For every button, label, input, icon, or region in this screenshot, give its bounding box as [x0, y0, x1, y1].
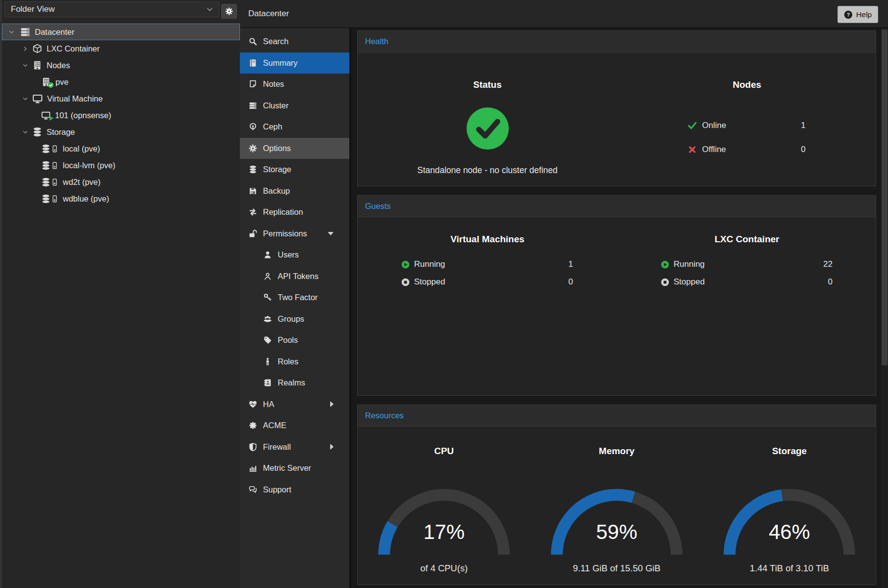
- building-icon: [32, 60, 42, 70]
- seal-icon: [249, 421, 257, 430]
- menu-item-storage[interactable]: Storage: [240, 159, 349, 180]
- chevron-right-icon: [330, 401, 334, 407]
- content-header: Datacenter Help: [240, 0, 888, 28]
- datacenter-menu: Search Summary Notes Cluster Ceph Option…: [240, 28, 350, 588]
- vm-running-count: 1: [569, 259, 573, 269]
- menu-item-roles[interactable]: Roles: [240, 351, 349, 373]
- storage-gauge: Storage 46% 1.44 TiB of 3.10 TiB: [703, 427, 876, 586]
- stopped-icon: [661, 278, 669, 286]
- tree-item-pve[interactable]: pve: [2, 74, 240, 90]
- tree-item-virtual-machine[interactable]: Virtual Machine: [2, 90, 240, 107]
- vm-heading: Virtual Machines: [358, 234, 617, 245]
- vm-stopped-count: 0: [569, 277, 573, 287]
- floppy-icon: [249, 187, 257, 195]
- menu-item-permissions[interactable]: Permissions: [240, 223, 349, 245]
- caret-open-icon[interactable]: [23, 63, 28, 68]
- lxc-stopped-row: Stopped 0: [661, 273, 833, 291]
- tree-item-storage-local-lvm[interactable]: local-lvm (pve): [2, 157, 240, 174]
- memory-gauge: Memory 59% 9.11 GiB of 15.50 GiB: [530, 427, 703, 586]
- tree-item-lxc-container[interactable]: LXC Container: [2, 40, 240, 57]
- menu-item-backup[interactable]: Backup: [240, 180, 349, 202]
- nodes-offline-row: Offline 0: [688, 137, 806, 161]
- storage-icon: [41, 178, 58, 187]
- address-book-icon: [263, 379, 272, 387]
- vertical-scrollbar[interactable]: [881, 28, 888, 588]
- menu-item-search[interactable]: Search: [240, 31, 349, 52]
- menu-item-api-tokens[interactable]: API Tokens: [240, 266, 349, 287]
- vm-running-row: Running 1: [401, 256, 573, 273]
- running-icon: [661, 260, 669, 269]
- status-heading: Status: [358, 79, 617, 90]
- scrollbar-thumb[interactable]: [882, 29, 888, 365]
- menu-item-users[interactable]: Users: [240, 244, 349, 266]
- tree-item-storage-wd2t[interactable]: wd2t (pve): [2, 174, 240, 190]
- cpu-detail: of 4 CPU(s): [358, 563, 530, 574]
- vm-stopped-row: Stopped 0: [401, 273, 573, 291]
- offline-count: 0: [801, 145, 806, 154]
- chevron-down-icon: [328, 232, 334, 235]
- storage-detail: 1.44 TiB of 3.10 TiB: [703, 563, 876, 574]
- menu-item-two-factor[interactable]: Two Factor: [240, 287, 349, 308]
- server-icon: [20, 27, 30, 37]
- tree-settings-button[interactable]: [221, 4, 237, 19]
- page-title: Datacenter: [248, 0, 289, 27]
- online-count: 1: [801, 121, 806, 130]
- menu-item-ha[interactable]: HA: [240, 394, 349, 415]
- lxc-running-count: 22: [823, 259, 833, 269]
- gear-icon: [249, 144, 257, 153]
- tree-item-storage-local[interactable]: local (pve): [2, 140, 240, 157]
- users-icon: [263, 315, 272, 323]
- caret-open-icon[interactable]: [23, 96, 28, 102]
- cube-icon: [32, 44, 42, 53]
- status-ok-icon: [467, 107, 509, 150]
- caret-open-icon[interactable]: [23, 129, 28, 135]
- menu-item-firewall[interactable]: Firewall: [240, 436, 349, 458]
- running-icon: [401, 260, 410, 269]
- caret-open-icon[interactable]: [9, 29, 14, 35]
- summary-content: Health Status Standalone node - no clust…: [351, 28, 888, 588]
- menu-item-support[interactable]: Support: [240, 479, 349, 501]
- menu-item-summary[interactable]: Summary: [240, 52, 349, 74]
- menu-item-acme[interactable]: ACME: [240, 415, 349, 436]
- gear-icon: [225, 7, 233, 15]
- cpu-percent: 17%: [375, 520, 513, 544]
- storage-icon: [41, 194, 58, 204]
- lxc-heading: LXC Container: [617, 234, 877, 245]
- database-icon: [32, 127, 42, 137]
- menu-item-replication[interactable]: Replication: [240, 202, 349, 223]
- database-icon: [249, 165, 257, 174]
- question-icon: [844, 10, 853, 19]
- play-badge-icon: [49, 115, 54, 121]
- tree-item-nodes[interactable]: Nodes: [2, 57, 240, 74]
- resource-tree: Datacenter LXC Container Nodes pve Virtu…: [2, 24, 240, 207]
- tree-toolbar: Folder View: [2, 0, 240, 22]
- menu-item-ceph[interactable]: Ceph: [240, 116, 349, 138]
- lock-open-icon: [249, 230, 257, 238]
- menu-item-notes[interactable]: Notes: [240, 74, 349, 95]
- view-mode-select[interactable]: Folder View: [4, 1, 219, 17]
- menu-item-metric-server[interactable]: Metric Server: [240, 458, 349, 479]
- bar-chart-icon: [249, 464, 257, 472]
- tree-item-vm-101[interactable]: 101 (opnsense): [2, 107, 240, 124]
- menu-item-groups[interactable]: Groups: [240, 308, 349, 330]
- replication-icon: [249, 208, 257, 216]
- caret-closed-icon[interactable]: [23, 46, 28, 51]
- resources-panel-header: Resources: [358, 405, 876, 427]
- status-message: Standalone node - no cluster defined: [358, 165, 617, 176]
- nodes-online-row: Online 1: [688, 113, 806, 137]
- menu-item-pools[interactable]: Pools: [240, 330, 349, 351]
- menu-item-realms[interactable]: Realms: [240, 372, 349, 394]
- shield-icon: [249, 443, 257, 451]
- resource-tree-panel: Folder View Datacenter LXC Container Nod…: [2, 0, 240, 588]
- help-button[interactable]: Help: [837, 6, 878, 23]
- menu-item-cluster[interactable]: Cluster: [240, 95, 349, 117]
- tree-item-storage[interactable]: Storage: [2, 124, 240, 140]
- ceph-icon: [249, 123, 257, 131]
- comments-icon: [249, 486, 257, 494]
- check-icon: [688, 121, 697, 130]
- tree-item-storage-wdblue[interactable]: wdblue (pve): [2, 190, 240, 207]
- view-mode-label: Folder View: [11, 4, 54, 14]
- menu-item-options[interactable]: Options: [240, 138, 349, 159]
- tree-item-datacenter[interactable]: Datacenter: [2, 24, 240, 40]
- note-icon: [249, 80, 257, 88]
